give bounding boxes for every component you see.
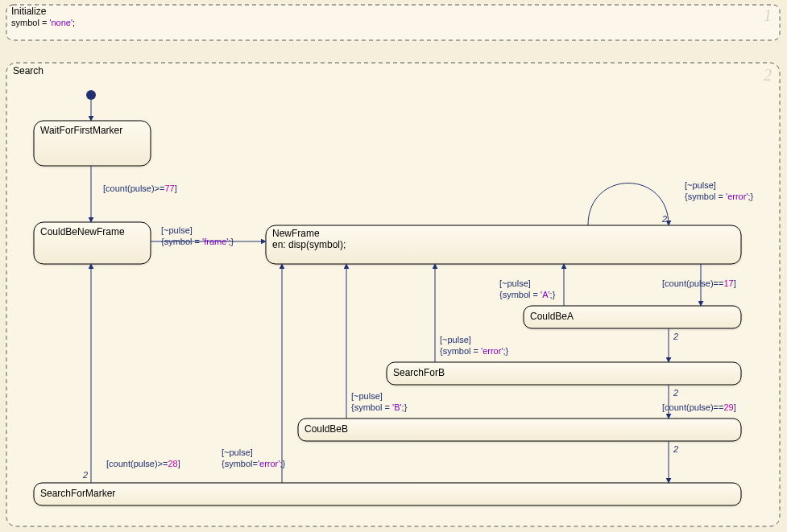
svg-text:[count(pulse)==29]: [count(pulse)==29]: [662, 402, 736, 412]
svg-text:2: 2: [661, 214, 667, 224]
svg-text:{symbol='error';}: {symbol='error';}: [222, 459, 285, 468]
could-be-b-label: CouldBeB: [304, 423, 348, 435]
svg-text:[~pulse]: [~pulse]: [161, 225, 193, 235]
svg-text:{symbol = 'frame';}: {symbol = 'frame';}: [161, 237, 234, 246]
svg-text:2: 2: [673, 444, 678, 454]
search-title: Search: [13, 65, 43, 76]
initialize-code: symbol = 'none';: [11, 18, 75, 27]
svg-text:2: 2: [673, 332, 678, 341]
state-could-be-a[interactable]: CouldBeA: [524, 306, 741, 328]
svg-text:{symbol = 'B';}: {symbol = 'B';}: [351, 402, 408, 412]
svg-text:[~pulse]: [~pulse]: [351, 391, 383, 401]
svg-text:[~pulse]: [~pulse]: [685, 180, 716, 190]
initialize-title: Initialize: [11, 6, 47, 17]
state-search-for-marker[interactable]: SearchForMarker: [34, 483, 741, 505]
svg-text:[~pulse]: [~pulse]: [222, 447, 253, 457]
initial-state-dot: [86, 90, 96, 100]
svg-text:2: 2: [82, 470, 88, 480]
svg-text:{symbol = 'error';}: {symbol = 'error';}: [685, 192, 754, 201]
search-order: 2: [764, 66, 772, 84]
state-new-frame[interactable]: NewFrame en: disp(symbol);: [266, 225, 741, 264]
search-for-marker-label: SearchForMarker: [40, 488, 115, 499]
svg-text:{symbol = 'A';}: {symbol = 'A';}: [499, 290, 556, 299]
search-for-b-label: SearchForB: [393, 367, 445, 378]
svg-text:{symbol = 'error';}: {symbol = 'error';}: [440, 346, 509, 356]
svg-text:[count(pulse)>=28]: [count(pulse)>=28]: [106, 459, 180, 468]
could-be-new-frame-label: CouldBeNewFrame: [40, 226, 125, 237]
new-frame-label: NewFrame: [272, 228, 320, 239]
could-be-a-label: CouldBeA: [530, 311, 574, 322]
initialize-order: 1: [764, 6, 772, 24]
state-could-be-new-frame[interactable]: CouldBeNewFrame: [34, 222, 151, 264]
svg-text:[~pulse]: [~pulse]: [499, 278, 531, 288]
svg-text:[count(pulse)==17]: [count(pulse)==17]: [662, 278, 736, 288]
svg-text:2: 2: [673, 388, 678, 398]
svg-text:[~pulse]: [~pulse]: [440, 335, 471, 344]
stateflow-canvas: Initialize symbol = 'none'; 1 Search 2 W…: [0, 0, 787, 532]
wait-for-first-marker-label: WaitForFirstMarker: [40, 125, 122, 136]
region-initialize[interactable]: Initialize symbol = 'none'; 1: [6, 5, 780, 40]
svg-rect-8: [298, 419, 741, 441]
svg-rect-9: [34, 483, 741, 505]
region-search[interactable]: Search 2 WaitForFirstMarker CouldBeNewFr…: [6, 63, 780, 526]
svg-rect-1: [6, 5, 780, 40]
new-frame-entry: en: disp(symbol);: [272, 239, 346, 250]
state-could-be-b[interactable]: CouldBeB: [298, 419, 741, 441]
svg-text:[count(pulse)>=77]: [count(pulse)>=77]: [103, 184, 177, 193]
state-wait-for-first-marker[interactable]: WaitForFirstMarker: [34, 121, 151, 166]
state-search-for-b[interactable]: SearchForB: [387, 362, 741, 385]
